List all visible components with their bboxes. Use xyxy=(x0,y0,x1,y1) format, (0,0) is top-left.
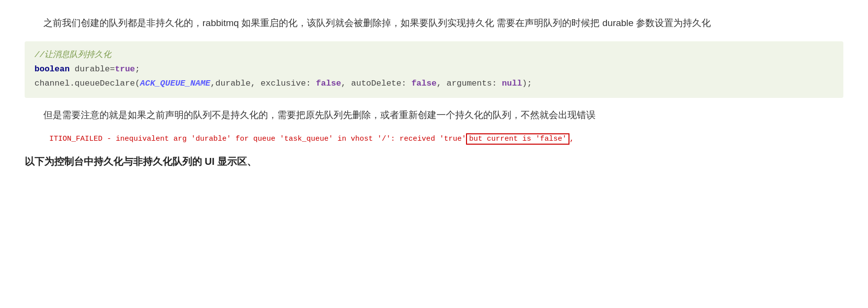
code-line1-rest: durable= xyxy=(69,64,115,74)
code-false-val1: false xyxy=(316,79,341,88)
code-null-val: null xyxy=(502,79,522,88)
code-method: channel.queueDeclare( xyxy=(34,79,140,88)
error-line: ITION_FAILED - inequivalent arg 'durable… xyxy=(49,133,843,145)
code-line-1: boolean durable=true; xyxy=(34,62,834,77)
code-block: //让消息队列持久化 boolean durable=true; channel… xyxy=(25,41,843,98)
paragraph-2: 但是需要注意的就是如果之前声明的队列不是持久化的，需要把原先队列先删除，或者重新… xyxy=(25,107,843,123)
code-comment-line: //让消息队列持久化 xyxy=(34,48,834,62)
code-rest3: , arguments: xyxy=(436,79,502,88)
code-line1-end: ; xyxy=(135,64,140,74)
code-true-value: true xyxy=(115,64,135,74)
code-rest1: ,durable, exclusive: xyxy=(210,79,316,88)
code-queue-name: ACK_QUEUE_NAME xyxy=(140,79,210,88)
error-suffix: , xyxy=(569,135,574,143)
code-line-2: channel.queueDeclare(ACK_QUEUE_NAME,dura… xyxy=(34,77,834,91)
code-boolean-keyword: boolean xyxy=(34,64,69,74)
code-line2-end: ); xyxy=(522,79,532,88)
code-false-val2: false xyxy=(411,79,436,88)
error-highlighted: but current is 'false' xyxy=(466,133,569,145)
code-rest2: , autoDelete: xyxy=(341,79,411,88)
code-comment: //让消息队列持久化 xyxy=(34,50,111,60)
ui-heading: 以下为控制台中持久化与非持久化队列的 UI 显示区、 xyxy=(25,155,843,168)
paragraph-1: 之前我们创建的队列都是非持久化的，rabbitmq 如果重启的化，该队列就会被删… xyxy=(25,15,843,31)
error-prefix: ITION_FAILED - inequivalent arg 'durable… xyxy=(49,135,466,143)
